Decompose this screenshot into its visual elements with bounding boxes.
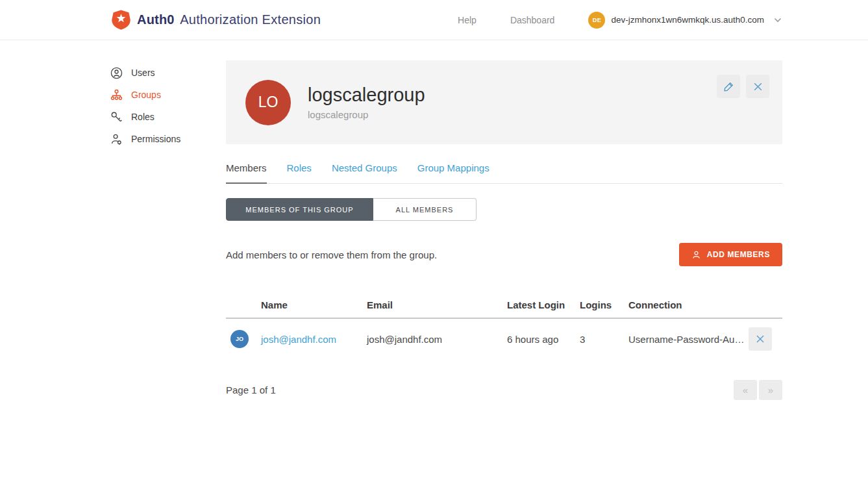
member-email: josh@jandhf.com: [367, 334, 507, 345]
member-connection: Username-Password-Au…: [628, 334, 749, 345]
toggle-all-members[interactable]: ALL MEMBERS: [373, 198, 477, 221]
dashboard-link[interactable]: Dashboard: [510, 15, 555, 25]
chevron-down-icon: [774, 18, 782, 23]
toggle-members-of-this-group[interactable]: MEMBERS OF THIS GROUP: [226, 198, 373, 221]
sidebar-item-label: Groups: [131, 90, 161, 100]
add-members-button[interactable]: ADD MEMBERS: [679, 243, 782, 266]
table-row: JO josh@jandhf.com josh@jandhf.com 6 hou…: [226, 319, 782, 359]
table-header-row: Name Email Latest Login Logins Connectio…: [226, 292, 782, 319]
user-badge-icon: [110, 133, 123, 145]
sidebar-item-roles[interactable]: Roles: [110, 106, 226, 128]
header-nav: Help Dashboard DE dev-jzmhonx1wn6wmkqk.u…: [458, 12, 782, 29]
sidebar-item-label: Permissions: [131, 134, 180, 144]
tab-group-mappings[interactable]: Group Mappings: [417, 162, 490, 183]
org-chart-icon: [110, 89, 123, 101]
keys-icon: [110, 111, 123, 123]
help-link[interactable]: Help: [458, 15, 477, 25]
page-indicator: Page 1 of 1: [226, 384, 276, 395]
main-content: LO logscalegroup logscalegroup: [226, 40, 782, 400]
close-group-button[interactable]: [746, 75, 769, 98]
pencil-icon: [723, 81, 734, 92]
next-page-button[interactable]: »: [759, 380, 782, 400]
group-avatar: LO: [245, 80, 291, 125]
member-logins: 3: [580, 334, 628, 345]
page-title: Authorization Extension: [180, 12, 321, 27]
brand-name: Auth0: [137, 12, 175, 27]
page: Auth0 Authorization Extension Help Dashb…: [0, 0, 868, 489]
column-header-logins: Logins: [580, 299, 628, 310]
app-logo[interactable]: Auth0 Authorization Extension: [112, 10, 321, 30]
members-table: Name Email Latest Login Logins Connectio…: [226, 292, 782, 359]
tenant-domain: dev-jzmhonx1wn6wmkqk.us.auth0.com: [611, 15, 764, 25]
add-user-icon: [691, 250, 701, 260]
tab-roles[interactable]: Roles: [287, 162, 312, 183]
member-name-link[interactable]: josh@jandhf.com: [261, 334, 336, 345]
user-circle-icon: [110, 67, 123, 79]
column-header-name: Name: [261, 299, 367, 310]
member-avatar: JO: [230, 330, 249, 348]
auth0-shield-icon: [112, 10, 130, 30]
add-members-label: ADD MEMBERS: [707, 250, 770, 259]
members-description: Add members to or remove them from the g…: [226, 249, 437, 260]
tenant-avatar: DE: [588, 12, 605, 29]
pagination: Page 1 of 1 « »: [226, 380, 782, 400]
members-filter-toggle: MEMBERS OF THIS GROUP ALL MEMBERS: [226, 198, 782, 221]
sidebar: Users Groups: [110, 40, 226, 150]
sidebar-item-label: Roles: [131, 112, 155, 122]
close-icon: [752, 81, 763, 92]
tab-members[interactable]: Members: [226, 162, 267, 183]
group-title: logscalegroup: [308, 84, 425, 106]
edit-group-button[interactable]: [717, 75, 740, 98]
sidebar-item-permissions[interactable]: Permissions: [110, 128, 226, 150]
app-header: Auth0 Authorization Extension Help Dashb…: [0, 0, 868, 40]
group-subtitle: logscalegroup: [308, 109, 425, 120]
sidebar-item-groups[interactable]: Groups: [110, 84, 226, 106]
column-header-email: Email: [367, 299, 507, 310]
member-latest-login: 6 hours ago: [507, 334, 580, 345]
previous-page-button[interactable]: «: [734, 380, 757, 400]
remove-member-button[interactable]: [749, 327, 772, 351]
column-header-latest-login: Latest Login: [507, 299, 580, 310]
sidebar-item-users[interactable]: Users: [110, 62, 226, 84]
group-tabs: Members Roles Nested Groups Group Mappin…: [226, 162, 782, 184]
members-header: Add members to or remove them from the g…: [226, 243, 782, 266]
group-actions: [717, 75, 769, 98]
tab-nested-groups[interactable]: Nested Groups: [332, 162, 397, 183]
sidebar-item-label: Users: [131, 68, 155, 78]
group-header-panel: LO logscalegroup logscalegroup: [226, 60, 782, 144]
tenant-menu[interactable]: DE dev-jzmhonx1wn6wmkqk.us.auth0.com: [588, 12, 782, 29]
close-icon: [755, 334, 765, 344]
column-header-connection: Connection: [628, 299, 749, 310]
